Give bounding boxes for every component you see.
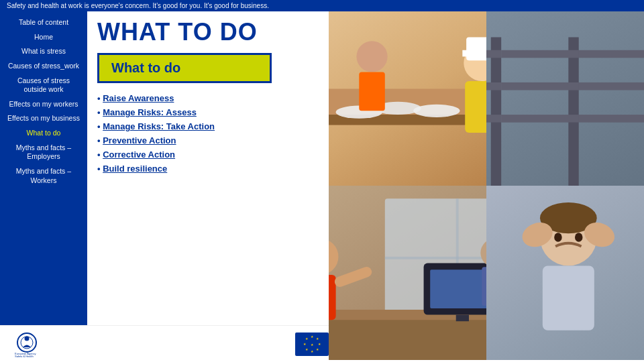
svg-rect-8 (462, 50, 486, 57)
svg-rect-20 (501, 50, 579, 58)
sidebar-item-what-to-do[interactable]: What to do (4, 127, 83, 139)
bakery-image (329, 11, 486, 186)
svg-rect-41 (456, 315, 469, 322)
sidebar-item-effects-workers[interactable]: Effects on my workers (4, 99, 83, 111)
svg-rect-46 (482, 267, 486, 306)
eu-flag-icon: ★ ★ ★ ★ ★ ★ ★ ★ ★ (295, 333, 329, 356)
svg-rect-24 (579, 82, 644, 90)
svg-rect-18 (486, 82, 501, 90)
office-image (329, 186, 486, 360)
svg-rect-52 (543, 265, 594, 330)
svg-rect-36 (385, 257, 486, 259)
raise-awareness-link[interactable]: Raise Awareness (103, 93, 174, 103)
sidebar: Table of content Home What is stress Cau… (0, 11, 87, 360)
svg-rect-15 (568, 38, 578, 186)
bullet-list: Raise Awareness Manage Risks: Assess Man… (97, 91, 319, 176)
resilience-link[interactable]: Build resilience (103, 164, 167, 174)
svg-rect-23 (579, 50, 644, 58)
svg-rect-19 (486, 115, 501, 123)
footer-logo-left: European Agency Safety & Health (13, 330, 47, 357)
svg-rect-11 (359, 72, 385, 111)
svg-rect-25 (579, 115, 644, 123)
what-to-do-box: What to do (97, 53, 272, 83)
svg-rect-37 (329, 315, 486, 360)
sidebar-item-home[interactable]: Home (4, 32, 83, 44)
sidebar-item-causes-work[interactable]: Causes of stress_work (4, 60, 83, 72)
svg-point-5 (413, 105, 460, 117)
list-item-manage-assess[interactable]: Manage Risks: Assess (97, 105, 319, 119)
svg-point-10 (356, 41, 387, 72)
svg-rect-22 (501, 115, 579, 123)
office-scene-icon (329, 186, 486, 360)
svg-rect-14 (491, 38, 501, 186)
svg-rect-7 (466, 38, 486, 61)
svg-rect-9 (465, 81, 486, 133)
center-content: WHAT TO DO What to do Raise Awareness Ma… (87, 11, 329, 360)
eu-flag: ★ ★ ★ ★ ★ ★ ★ ★ ★ (295, 333, 329, 356)
image-grid (329, 11, 644, 360)
list-item-raise-awareness[interactable]: Raise Awareness (97, 91, 319, 105)
svg-rect-12 (486, 11, 644, 186)
top-bar: Safety and health at work is everyone's … (0, 0, 644, 11)
svg-rect-17 (486, 50, 501, 58)
sidebar-item-myths-workers[interactable]: Myths and facts – Workers (4, 166, 83, 186)
list-item-corrective[interactable]: Corrective Action (97, 147, 319, 162)
svg-rect-21 (501, 82, 579, 90)
svg-rect-40 (430, 269, 486, 308)
svg-point-55 (17, 333, 36, 352)
warehouse-image (486, 11, 644, 186)
stress-scene-icon (486, 186, 644, 360)
bakery-scene-icon (329, 11, 486, 186)
corrective-link[interactable]: Corrective Action (103, 149, 175, 160)
manage-assess-link[interactable]: Manage Risks: Assess (103, 107, 197, 117)
top-bar-text: Safety and health at work is everyone's … (7, 2, 269, 9)
svg-point-54 (575, 233, 583, 241)
sidebar-item-table-of-content[interactable]: Table of content (4, 17, 83, 29)
preventive-link[interactable]: Preventive Action (103, 135, 176, 145)
page-title: WHAT TO DO (97, 18, 319, 46)
list-item-resilience[interactable]: Build resilience (97, 162, 319, 176)
warehouse-scene-icon (486, 11, 644, 186)
sidebar-item-what-is-stress[interactable]: What is stress (4, 46, 83, 58)
sidebar-item-causes-outside[interactable]: Causes of stress outside work (4, 75, 83, 96)
stress-image (486, 186, 644, 360)
list-item-manage-action[interactable]: Manage Risks: Take Action (97, 119, 319, 133)
eu-agency-logo-icon: European Agency Safety & Health (13, 330, 47, 357)
svg-point-57 (25, 337, 30, 341)
manage-action-link[interactable]: Manage Risks: Take Action (103, 121, 215, 131)
list-item-preventive[interactable]: Preventive Action (97, 133, 319, 147)
sidebar-item-myths-employers[interactable]: Myths and facts – Employers (4, 142, 83, 163)
svg-point-53 (554, 233, 562, 241)
svg-text:Safety & Health: Safety & Health (15, 355, 34, 357)
sidebar-item-effects-business[interactable]: Effects on my business (4, 113, 83, 125)
